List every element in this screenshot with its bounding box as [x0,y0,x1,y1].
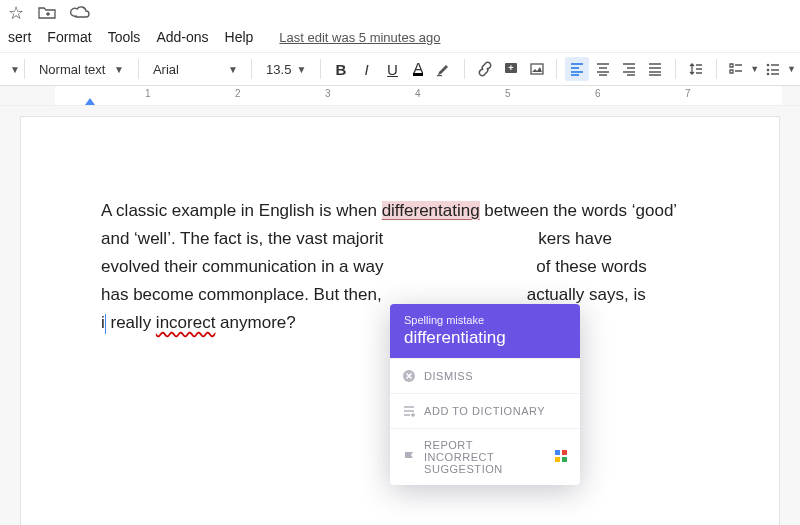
cloud-saved-icon[interactable] [70,3,90,24]
flag-icon [402,450,416,464]
italic-button[interactable]: I [355,57,379,81]
star-icon[interactable]: ☆ [8,2,24,24]
toolbar: ▼ Normal text ▼ Arial ▼ 13.5 ▼ B I U A + [0,52,800,86]
popup-report[interactable]: REPORT INCORRECT SUGGESTION [390,428,580,485]
ruler[interactable]: 1 2 3 4 5 6 7 [0,86,800,106]
menu-addons[interactable]: Add-ons [156,29,208,45]
svg-rect-3 [531,64,543,74]
popup-word: differentiating [404,328,568,348]
svg-rect-10 [555,457,560,462]
svg-point-6 [767,73,770,76]
fontsize-label: 13.5 [266,62,291,77]
menu-insert[interactable]: sert [8,29,31,45]
underline-button[interactable]: U [381,57,405,81]
comment-button[interactable]: + [499,57,523,81]
menubar: sert Format Tools Add-ons Help Last edit… [0,26,800,52]
image-button[interactable] [525,57,549,81]
more-left-dd[interactable]: ▼ [4,57,16,81]
ruler-num: 3 [325,88,331,99]
svg-rect-11 [562,457,567,462]
svg-point-5 [767,69,770,72]
move-folder-icon[interactable] [38,3,56,24]
svg-rect-8 [555,450,560,455]
ruler-num: 1 [145,88,151,99]
ruler-num: 7 [685,88,691,99]
popup-add-to-dict[interactable]: ADD TO DICTIONARY [390,393,580,428]
linespacing-button[interactable] [684,57,708,81]
last-edit-link[interactable]: Last edit was 5 minutes ago [279,30,440,45]
ruler-num: 4 [415,88,421,99]
font-label: Arial [153,62,223,77]
align-left-button[interactable] [565,57,589,81]
add-list-icon [402,404,416,418]
ruler-num: 5 [505,88,511,99]
chevron-down-icon: ▼ [228,64,238,75]
popup-dismiss[interactable]: DISMISS [390,358,580,393]
spellcheck-popup: Spelling mistake differentiating DISMISS… [390,304,580,485]
chevron-down-icon: ▼ [296,64,306,75]
style-dropdown[interactable]: Normal text ▼ [33,57,130,81]
ruler-num: 6 [595,88,601,99]
align-right-button[interactable] [617,57,641,81]
align-justify-button[interactable] [643,57,667,81]
menu-help[interactable]: Help [225,29,254,45]
ruler-num: 2 [235,88,241,99]
checklist-button[interactable] [724,57,748,81]
svg-rect-9 [562,450,567,455]
close-icon [402,369,416,383]
textcolor-button[interactable]: A [406,57,430,81]
misspelled-word-1[interactable]: differentating [382,201,480,220]
svg-point-4 [767,64,770,67]
svg-rect-0 [437,75,442,76]
font-dropdown[interactable]: Arial ▼ [147,57,243,81]
align-center-button[interactable] [591,57,615,81]
style-label: Normal text [39,62,109,77]
chevron-down-icon: ▼ [114,64,124,75]
fontsize-dropdown[interactable]: 13.5 ▼ [260,57,312,81]
menu-format[interactable]: Format [47,29,91,45]
color-square-icon [554,449,568,465]
popup-suggestion[interactable]: Spelling mistake differentiating [390,304,580,358]
bold-button[interactable]: B [329,57,353,81]
bulletlist-button[interactable] [761,57,785,81]
highlight-button[interactable] [432,57,456,81]
misspelled-word-2[interactable]: incorect [156,313,216,332]
svg-text:+: + [508,63,513,73]
popup-label: Spelling mistake [404,314,568,326]
menu-tools[interactable]: Tools [108,29,141,45]
link-button[interactable] [473,57,497,81]
